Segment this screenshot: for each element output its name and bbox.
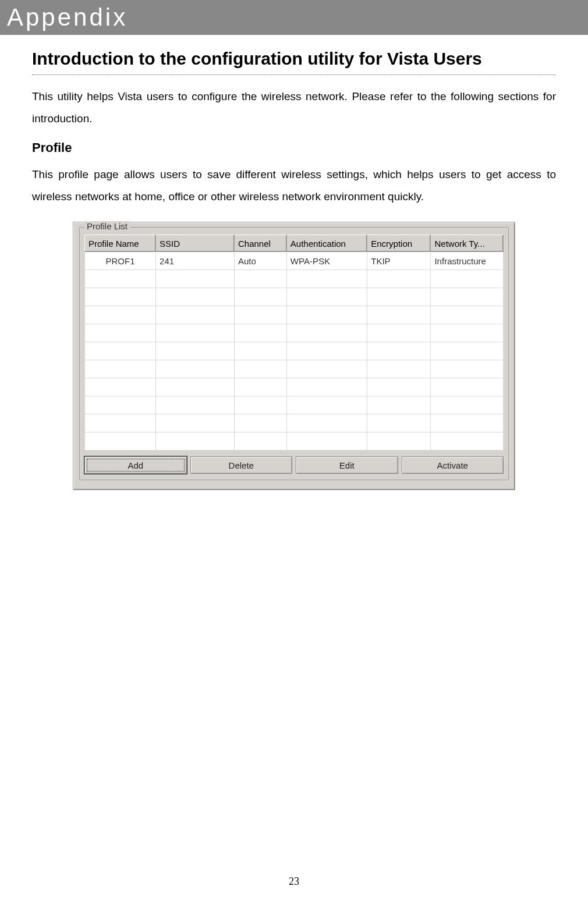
table-cell [85,396,156,414]
table-cell [431,306,504,324]
table-cell [367,360,431,378]
col-authentication[interactable]: Authentication [286,235,367,252]
table-row[interactable] [85,306,504,324]
table-cell [85,378,156,396]
intro-text: This utility helps Vista users to config… [32,86,556,130]
table-cell [156,342,235,360]
table-cell [85,324,156,342]
table-cell [235,324,287,342]
table-cell [235,414,287,433]
edit-button[interactable]: Edit [296,456,398,474]
table-cell [235,396,287,414]
table-cell [235,360,287,378]
table-cell [431,342,504,360]
table-cell [235,433,287,451]
table-cell [156,270,235,288]
table-cell [156,288,235,306]
table-cell [235,306,287,324]
table-cell [367,306,431,324]
table-cell [286,288,367,306]
table-cell [85,360,156,378]
table-cell [85,433,156,451]
table-cell: PROF1 [85,252,156,270]
table-cell: TKIP [367,252,431,270]
table-cell [156,414,235,433]
table-cell [156,324,235,342]
table-cell [431,360,504,378]
profile-heading: Profile [32,140,556,155]
appendix-header: Appendix [0,0,588,35]
profile-table[interactable]: Profile Name SSID Channel Authentication… [84,235,504,451]
activate-button[interactable]: Activate [402,456,504,474]
table-cell [431,288,504,306]
table-cell [367,342,431,360]
table-cell [367,396,431,414]
table-cell: Auto [235,252,287,270]
table-cell [431,270,504,288]
table-row[interactable] [85,396,504,414]
table-cell [431,324,504,342]
table-row[interactable] [85,378,504,396]
table-cell [431,433,504,451]
table-cell [156,306,235,324]
table-row[interactable]: PROF1241AutoWPA-PSKTKIPInfrastructure [85,252,504,270]
table-cell [367,288,431,306]
table-cell [286,433,367,451]
table-cell [85,414,156,433]
delete-button[interactable]: Delete [190,456,293,474]
table-row[interactable] [85,360,504,378]
table-cell [286,414,367,433]
groupbox-title: Profile List [84,221,130,231]
table-cell: Infrastructure [431,252,504,270]
table-cell [367,270,431,288]
table-cell [156,396,235,414]
table-cell: 241 [156,252,235,270]
section-title: Introduction to the configuration utilit… [32,49,556,69]
table-cell [431,396,504,414]
table-cell [367,433,431,451]
table-cell [235,288,287,306]
table-cell [431,414,504,433]
table-row[interactable] [85,433,504,451]
table-cell [286,360,367,378]
col-encryption[interactable]: Encryption [367,235,431,252]
table-cell [431,378,504,396]
divider [32,75,556,75]
table-cell [286,270,367,288]
page-number: 23 [0,875,588,888]
table-cell [235,270,287,288]
table-cell [156,378,235,396]
table-row[interactable] [85,288,504,306]
table-cell [85,288,156,306]
table-cell [286,306,367,324]
profile-list-groupbox: Profile List Profile Name SSID Channel A… [79,227,509,480]
table-cell [156,360,235,378]
table-cell [367,378,431,396]
add-button[interactable]: Add [84,456,187,474]
table-cell [85,270,156,288]
table-cell: WPA-PSK [286,252,367,270]
table-row[interactable] [85,414,504,433]
table-row[interactable] [85,324,504,342]
table-cell [235,342,287,360]
col-network-type[interactable]: Network Ty... [431,235,504,252]
table-cell [286,378,367,396]
table-cell [286,396,367,414]
table-cell [286,342,367,360]
table-cell [367,414,431,433]
profile-text: This profile page allows users to save d… [32,164,556,208]
table-cell [286,324,367,342]
col-ssid[interactable]: SSID [156,235,235,252]
col-profile-name[interactable]: Profile Name [85,235,156,252]
table-cell [367,324,431,342]
screenshot-panel: Profile List Profile Name SSID Channel A… [32,222,556,490]
table-cell [85,342,156,360]
table-row[interactable] [85,270,504,288]
table-row[interactable] [85,342,504,360]
table-cell [156,433,235,451]
col-channel[interactable]: Channel [235,235,287,252]
table-cell [235,378,287,396]
table-cell [85,306,156,324]
